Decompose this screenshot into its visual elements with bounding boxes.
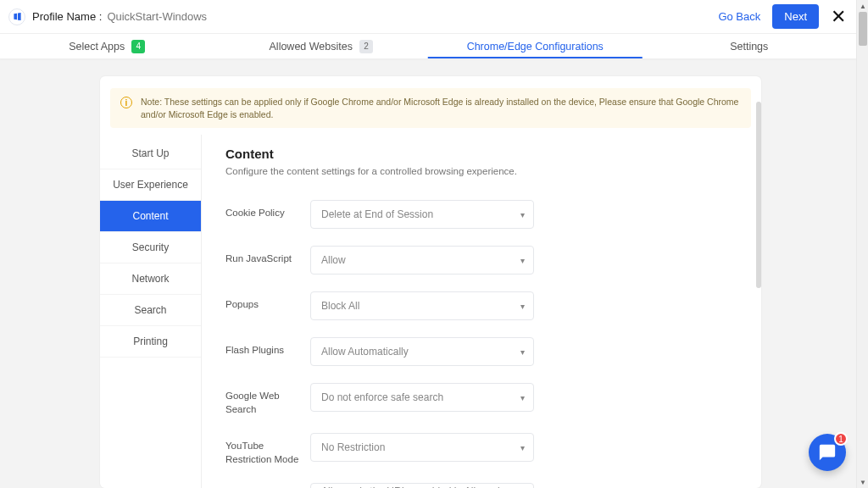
section-title: Content: [225, 147, 737, 161]
youtube-restriction-select[interactable]: No Restriction ▾: [310, 433, 534, 462]
select-value: Allow: [321, 254, 346, 266]
inner-scrollbar[interactable]: [756, 76, 761, 488]
field-label: Flash Plugins: [225, 337, 310, 358]
close-icon[interactable]: ✕: [831, 6, 846, 28]
go-back-link[interactable]: Go Back: [718, 10, 760, 23]
content-panel: Content Configure the content settings f…: [202, 135, 761, 488]
field-youtube-restriction: YouTube Restriction Mode No Restriction …: [225, 433, 737, 466]
tab-label: Allowed Websites: [270, 41, 353, 53]
field-cookie-policy: Cookie Policy Delete at End of Session ▾: [225, 200, 737, 229]
chevron-down-icon: ▾: [520, 393, 525, 402]
field-run-javascript: Run JavaScript Allow ▾: [225, 246, 737, 274]
tab-label: Select Apps: [69, 41, 125, 53]
tab-settings[interactable]: Settings: [643, 34, 857, 58]
page-canvas: i Note: These settings can be applied on…: [0, 59, 856, 488]
windows-icon: [8, 8, 25, 25]
tab-label: Chrome/Edge Configurations: [467, 41, 604, 53]
field-flash-plugins: Flash Plugins Allow Automatically ▾: [225, 337, 737, 366]
select-value: Do not enforce safe search: [321, 391, 443, 403]
popups-select[interactable]: Block All ▾: [310, 291, 534, 320]
profile-name-label: Profile Name :: [32, 10, 102, 23]
chevron-down-icon: ▾: [520, 210, 525, 219]
info-note: i Note: These settings can be applied on…: [110, 88, 751, 128]
vtab-printing[interactable]: Printing: [100, 326, 201, 358]
chat-badge: 1: [834, 432, 848, 446]
field-label: YouTube Restriction Mode: [225, 433, 310, 466]
next-button[interactable]: Next: [772, 4, 819, 29]
vtab-start-up[interactable]: Start Up: [100, 138, 201, 169]
tab-strip: Select Apps 4 Allowed Websites 2 Chrome/…: [0, 34, 856, 59]
tab-label: Settings: [730, 41, 768, 53]
config-card: i Note: These settings can be applied on…: [100, 76, 761, 488]
vertical-tabs: Start Up User Experience Content Securit…: [100, 135, 202, 488]
vtab-search[interactable]: Search: [100, 295, 201, 326]
field-popups: Popups Block All ▾: [225, 291, 737, 320]
select-value: Delete at End of Session: [321, 208, 433, 220]
top-bar: Profile Name : QuickStart-Windows Go Bac…: [0, 0, 856, 34]
vtab-user-experience[interactable]: User Experience: [100, 169, 201, 201]
section-description: Configure the content settings for a con…: [225, 166, 737, 176]
chevron-down-icon: ▾: [520, 347, 525, 357]
field-google-web-search: Google Web Search Do not enforce safe se…: [225, 383, 737, 416]
vtab-network[interactable]: Network: [100, 263, 201, 295]
inner-scrollbar-thumb[interactable]: [756, 102, 761, 288]
scroll-up-icon[interactable]: ▲: [857, 0, 868, 12]
tab-allowed-websites[interactable]: Allowed Websites 2: [214, 34, 429, 58]
tab-badge: 2: [359, 40, 373, 53]
run-javascript-select[interactable]: Allow ▾: [310, 246, 534, 274]
field-label: Extend Allowed Websites List Rules: [225, 483, 310, 488]
field-label: Cookie Policy: [225, 200, 310, 220]
field-label: Run JavaScript: [225, 246, 310, 266]
chevron-down-icon: ▾: [520, 256, 525, 265]
select-value: Block All: [321, 300, 359, 312]
tab-chrome-edge-configurations[interactable]: Chrome/Edge Configurations: [428, 34, 643, 58]
chat-icon: [818, 443, 837, 462]
field-label: Google Web Search: [225, 383, 310, 416]
field-extend-allowed-websites: Extend Allowed Websites List Rules Allow…: [225, 483, 737, 488]
flash-plugins-select[interactable]: Allow Automatically ▾: [310, 337, 534, 366]
extend-allowed-websites-select[interactable]: Allow only the URLs enabled in Allowed W…: [310, 483, 534, 488]
chevron-down-icon: ▾: [520, 443, 525, 452]
page-scrollbar[interactable]: ▲ ▼: [856, 0, 868, 488]
select-value: Allow Automatically: [321, 346, 409, 358]
tab-select-apps[interactable]: Select Apps 4: [0, 34, 214, 58]
page-scrollbar-thumb[interactable]: [859, 12, 867, 46]
chevron-down-icon: ▾: [520, 302, 525, 311]
google-web-search-select[interactable]: Do not enforce safe search ▾: [310, 383, 534, 412]
select-value: No Restriction: [321, 441, 385, 453]
profile-name-value: QuickStart-Windows: [107, 10, 207, 23]
tab-badge: 4: [131, 40, 145, 53]
vtab-security[interactable]: Security: [100, 232, 201, 263]
vtab-content[interactable]: Content: [100, 201, 201, 232]
field-label: Popups: [225, 291, 310, 312]
cookie-policy-select[interactable]: Delete at End of Session ▾: [310, 200, 534, 229]
info-note-text: Note: These settings can be applied only…: [141, 96, 741, 120]
info-icon: i: [120, 97, 132, 108]
chat-bubble-button[interactable]: 1: [809, 434, 846, 471]
scroll-down-icon[interactable]: ▼: [857, 476, 868, 488]
